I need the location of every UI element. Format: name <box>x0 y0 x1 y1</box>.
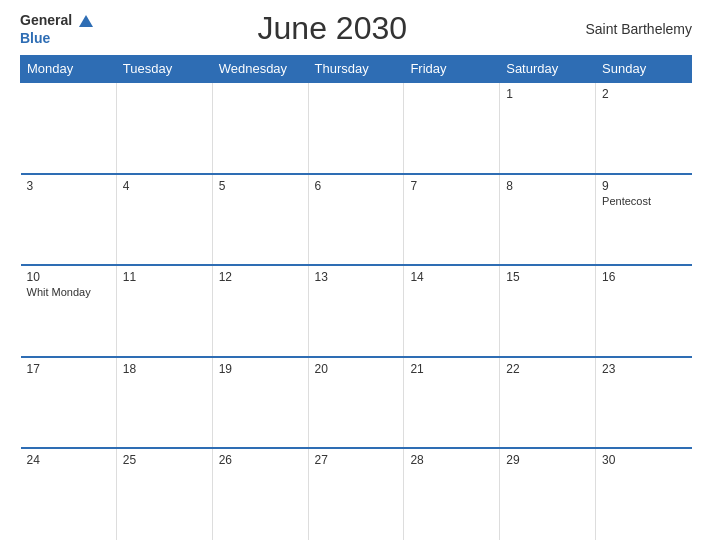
cell-day-number: 27 <box>315 453 398 467</box>
logo-line1: General <box>20 11 93 29</box>
calendar-cell: 23 <box>596 357 692 449</box>
calendar-cell: 25 <box>116 448 212 540</box>
cell-day-number: 6 <box>315 179 398 193</box>
cell-day-number: 13 <box>315 270 398 284</box>
cell-day-number: 26 <box>219 453 302 467</box>
cell-day-number: 2 <box>602 87 685 101</box>
calendar-table: MondayTuesdayWednesdayThursdayFridaySatu… <box>20 55 692 540</box>
day-header-tuesday: Tuesday <box>116 56 212 83</box>
calendar-cell: 12 <box>212 265 308 357</box>
cell-day-number: 9 <box>602 179 685 193</box>
day-header-friday: Friday <box>404 56 500 83</box>
calendar-cell: 6 <box>308 174 404 266</box>
calendar-cell: 18 <box>116 357 212 449</box>
calendar-cell: 28 <box>404 448 500 540</box>
calendar-cell: 24 <box>21 448 117 540</box>
cell-day-number: 18 <box>123 362 206 376</box>
calendar-cell: 7 <box>404 174 500 266</box>
calendar-cell: 9Pentecost <box>596 174 692 266</box>
calendar-cell: 30 <box>596 448 692 540</box>
calendar-body: 123456789Pentecost10Whit Monday111213141… <box>21 82 692 540</box>
calendar-cell: 19 <box>212 357 308 449</box>
week-row-2: 3456789Pentecost <box>21 174 692 266</box>
calendar-cell: 8 <box>500 174 596 266</box>
calendar-cell: 5 <box>212 174 308 266</box>
calendar-cell: 2 <box>596 82 692 174</box>
calendar-cell: 4 <box>116 174 212 266</box>
calendar-cell: 20 <box>308 357 404 449</box>
calendar-cell: 11 <box>116 265 212 357</box>
cell-day-number: 11 <box>123 270 206 284</box>
day-header-wednesday: Wednesday <box>212 56 308 83</box>
cell-day-number: 19 <box>219 362 302 376</box>
calendar-cell: 1 <box>500 82 596 174</box>
week-row-5: 24252627282930 <box>21 448 692 540</box>
logo-general-text: General <box>20 12 72 28</box>
calendar-title: June 2030 <box>93 10 572 47</box>
calendar-cell: 17 <box>21 357 117 449</box>
week-row-3: 10Whit Monday111213141516 <box>21 265 692 357</box>
calendar-cell <box>21 82 117 174</box>
calendar-cell: 21 <box>404 357 500 449</box>
cell-day-number: 23 <box>602 362 685 376</box>
logo: General Blue <box>20 11 93 46</box>
calendar-cell: 27 <box>308 448 404 540</box>
cell-day-number: 15 <box>506 270 589 284</box>
cell-day-number: 21 <box>410 362 493 376</box>
calendar-cell: 16 <box>596 265 692 357</box>
cell-day-number: 7 <box>410 179 493 193</box>
cell-day-number: 25 <box>123 453 206 467</box>
logo-blue-text: Blue <box>20 30 50 46</box>
calendar-cell: 10Whit Monday <box>21 265 117 357</box>
calendar-header: MondayTuesdayWednesdayThursdayFridaySatu… <box>21 56 692 83</box>
cell-event-label: Whit Monday <box>27 286 110 298</box>
cell-day-number: 12 <box>219 270 302 284</box>
cell-day-number: 20 <box>315 362 398 376</box>
cell-day-number: 3 <box>27 179 110 193</box>
calendar-cell <box>404 82 500 174</box>
day-header-thursday: Thursday <box>308 56 404 83</box>
calendar-cell <box>116 82 212 174</box>
calendar-cell: 14 <box>404 265 500 357</box>
calendar-cell: 26 <box>212 448 308 540</box>
day-header-saturday: Saturday <box>500 56 596 83</box>
calendar-cell: 13 <box>308 265 404 357</box>
calendar-cell <box>212 82 308 174</box>
cell-day-number: 24 <box>27 453 110 467</box>
cell-day-number: 28 <box>410 453 493 467</box>
cell-day-number: 8 <box>506 179 589 193</box>
logo-line2: Blue <box>20 29 93 47</box>
cell-day-number: 5 <box>219 179 302 193</box>
calendar-cell: 3 <box>21 174 117 266</box>
cell-day-number: 4 <box>123 179 206 193</box>
calendar-cell: 22 <box>500 357 596 449</box>
week-row-4: 17181920212223 <box>21 357 692 449</box>
cell-day-number: 17 <box>27 362 110 376</box>
calendar-cell: 29 <box>500 448 596 540</box>
calendar-cell: 15 <box>500 265 596 357</box>
cell-day-number: 1 <box>506 87 589 101</box>
calendar-cell <box>308 82 404 174</box>
week-row-1: 12 <box>21 82 692 174</box>
cell-day-number: 14 <box>410 270 493 284</box>
cell-day-number: 16 <box>602 270 685 284</box>
region-label: Saint Barthelemy <box>572 21 692 37</box>
cell-event-label: Pentecost <box>602 195 685 207</box>
cell-day-number: 29 <box>506 453 589 467</box>
cell-day-number: 22 <box>506 362 589 376</box>
day-header-monday: Monday <box>21 56 117 83</box>
logo-triangle-icon <box>79 15 93 27</box>
cell-day-number: 30 <box>602 453 685 467</box>
day-header-sunday: Sunday <box>596 56 692 83</box>
cell-day-number: 10 <box>27 270 110 284</box>
days-of-week-row: MondayTuesdayWednesdayThursdayFridaySatu… <box>21 56 692 83</box>
page-header: General Blue June 2030 Saint Barthelemy <box>20 10 692 47</box>
